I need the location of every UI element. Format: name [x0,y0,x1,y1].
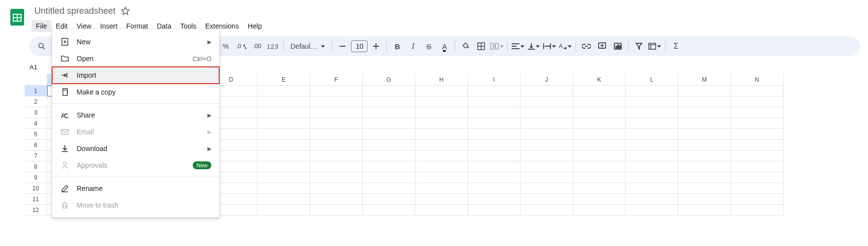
col-header[interactable]: I [468,74,521,86]
cell[interactable] [731,205,783,215]
row-header[interactable]: 12 [25,205,47,215]
cell[interactable] [521,118,573,129]
cell[interactable] [678,151,731,161]
cell[interactable] [731,194,783,205]
cell[interactable] [310,129,363,140]
col-header[interactable]: K [573,74,626,86]
menu-item-email[interactable]: Email ▶ [52,123,219,140]
row-header[interactable]: 3 [25,107,47,118]
menu-item-download[interactable]: Download ▶ [52,140,219,157]
cell[interactable] [258,183,310,194]
cell[interactable] [573,161,626,172]
menu-item-open[interactable]: Open Ctrl+O [52,50,219,67]
cell[interactable] [678,107,731,118]
menu-item-share[interactable]: Share ▶ [52,107,219,123]
cell[interactable] [678,118,731,129]
cell[interactable] [521,129,573,140]
menu-item-new[interactable]: New ▶ [52,33,219,50]
cell[interactable] [573,107,626,118]
cell[interactable] [258,172,310,183]
cell[interactable] [415,86,468,96]
cell[interactable] [363,86,415,96]
cell[interactable] [731,183,783,194]
cell[interactable] [521,172,573,183]
cell[interactable] [258,86,310,96]
cell[interactable] [573,96,626,107]
cell[interactable] [626,140,678,151]
vertical-align-button[interactable] [526,39,541,54]
menu-item-import[interactable]: Import [52,67,219,84]
cell[interactable] [258,205,310,215]
insert-link-button[interactable] [579,39,594,54]
cell[interactable] [363,96,415,107]
horizontal-align-button[interactable] [511,39,525,54]
cell[interactable] [626,107,678,118]
cell[interactable] [415,172,468,183]
cell[interactable] [521,161,573,172]
cell[interactable] [258,96,310,107]
cell[interactable] [258,151,310,161]
cell[interactable] [310,86,363,96]
row-header[interactable]: 2 [25,96,47,107]
cell[interactable] [731,140,783,151]
cell[interactable] [678,161,731,172]
cell[interactable] [678,194,731,205]
col-header[interactable]: G [363,74,415,86]
cell[interactable] [310,151,363,161]
cell[interactable] [258,118,310,129]
cell[interactable] [626,118,678,129]
cell[interactable] [731,118,783,129]
cell[interactable] [468,161,521,172]
col-header[interactable]: N [731,74,783,86]
col-header[interactable]: L [626,74,678,86]
increase-decimal-button[interactable]: .00 [250,39,264,54]
decrease-decimal-button[interactable]: .0 [234,39,249,54]
strikethrough-button[interactable]: S [421,39,436,54]
cell[interactable] [415,129,468,140]
cell[interactable] [521,194,573,205]
search-menus-icon[interactable] [34,39,49,54]
cell[interactable] [468,107,521,118]
cell[interactable] [626,172,678,183]
cell[interactable] [363,183,415,194]
cell[interactable] [573,140,626,151]
cell[interactable] [731,129,783,140]
cell[interactable] [678,129,731,140]
sheets-logo[interactable] [8,7,28,27]
cell[interactable] [363,161,415,172]
row-header[interactable]: 5 [25,129,47,140]
cell[interactable] [678,96,731,107]
filter-views-button[interactable] [647,39,662,54]
row-header[interactable]: 7 [25,151,47,161]
text-rotation-button[interactable]: A [558,39,573,54]
menu-help[interactable]: Help [243,20,266,32]
cell[interactable] [626,96,678,107]
cell[interactable] [521,183,573,194]
cell[interactable] [363,205,415,215]
cell[interactable] [521,96,573,107]
cell[interactable] [731,151,783,161]
cell[interactable] [310,118,363,129]
cell[interactable] [521,107,573,118]
increase-font-size-button[interactable] [369,39,383,54]
cell[interactable] [310,140,363,151]
cell[interactable] [731,96,783,107]
cell[interactable] [468,118,521,129]
cell[interactable] [573,205,626,215]
insert-chart-button[interactable] [610,39,625,54]
cell[interactable] [415,140,468,151]
cell[interactable] [468,96,521,107]
cell[interactable] [573,183,626,194]
menu-item-move-to-trash[interactable]: Move to trash [52,197,219,214]
cell[interactable] [573,129,626,140]
row-header[interactable]: 10 [25,183,47,194]
row-header[interactable]: 8 [25,161,47,172]
cell[interactable] [415,118,468,129]
cell[interactable] [626,205,678,215]
menu-item-approvals[interactable]: Approvals New [52,157,219,174]
insert-comment-button[interactable] [595,39,609,54]
row-header[interactable]: 11 [25,194,47,205]
cell[interactable] [258,161,310,172]
cell[interactable] [363,140,415,151]
row-header[interactable]: 4 [25,118,47,129]
